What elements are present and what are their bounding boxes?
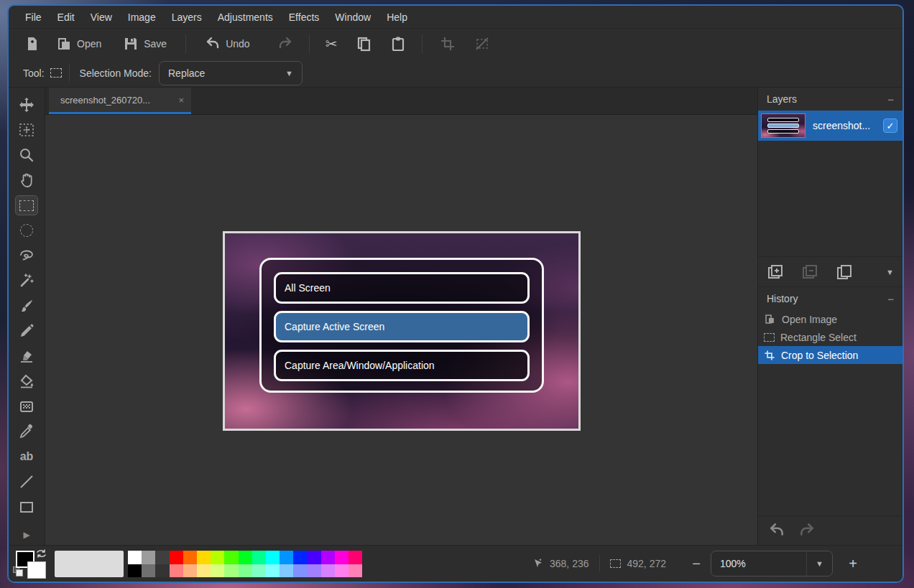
palette-color[interactable] [348, 551, 362, 564]
background-color-swatch[interactable] [27, 561, 46, 579]
palette-color[interactable] [183, 564, 197, 577]
palette-color[interactable] [183, 551, 197, 564]
ellipse-select-tool[interactable] [15, 220, 38, 241]
color-picker-tool[interactable] [15, 421, 38, 442]
palette-color[interactable] [266, 551, 280, 564]
menu-adjustments[interactable]: Adjustments [210, 9, 281, 26]
paintbrush-tool[interactable] [15, 296, 38, 316]
paint-bucket-tool[interactable] [15, 371, 38, 391]
palette-color[interactable] [142, 551, 155, 564]
more-tools-button[interactable]: ▶ [15, 522, 38, 542]
gradient-tool[interactable] [15, 396, 38, 416]
eraser-tool[interactable] [15, 346, 38, 366]
layer-row[interactable]: screenshot... ✓ [758, 111, 903, 141]
redo-button[interactable] [272, 32, 299, 55]
palette-color[interactable] [170, 564, 183, 577]
zoom-in-button[interactable]: + [844, 556, 862, 572]
recent-colors-area[interactable] [55, 551, 124, 577]
palette-color[interactable] [307, 564, 320, 577]
close-icon[interactable]: × [178, 95, 184, 106]
tab-screenshot[interactable]: screenshot_260720... × [49, 88, 191, 114]
palette-color[interactable] [293, 564, 307, 577]
pencil-tool[interactable] [15, 321, 38, 341]
palette-color[interactable] [266, 564, 280, 577]
menu-image[interactable]: Image [120, 9, 164, 26]
duplicate-layer-button[interactable] [836, 263, 853, 281]
palette-color[interactable] [142, 564, 155, 577]
palette-color[interactable] [128, 564, 142, 577]
palette-color[interactable] [280, 551, 293, 564]
palette-color[interactable] [321, 551, 335, 564]
menu-file[interactable]: File [17, 9, 50, 26]
menu-effects[interactable]: Effects [281, 9, 328, 26]
palette-color[interactable] [197, 551, 211, 564]
move-selection-tool[interactable] [15, 120, 38, 140]
zoom-tool[interactable] [15, 145, 38, 165]
text-tool[interactable]: ab [15, 447, 38, 467]
palette-color[interactable] [280, 564, 293, 577]
zoom-out-button[interactable]: − [688, 556, 705, 572]
palette-color[interactable] [224, 564, 238, 577]
move-tool[interactable] [15, 95, 38, 115]
history-item-crop-to-selection[interactable]: Crop to Selection [758, 346, 903, 364]
layer-menu-dropdown-icon[interactable]: ▼ [886, 268, 894, 276]
pan-tool[interactable] [15, 170, 38, 190]
palette-color[interactable] [155, 564, 169, 577]
minimize-icon[interactable]: − [887, 293, 894, 305]
palette-color[interactable] [197, 564, 211, 577]
palette-color[interactable] [239, 564, 252, 577]
palette-color[interactable] [155, 551, 169, 564]
menu-view[interactable]: View [83, 9, 120, 26]
ellipse-select-icon [20, 224, 33, 237]
palette-color[interactable] [321, 564, 335, 577]
layer-visibility-checkbox[interactable]: ✓ [883, 118, 897, 133]
palette-color[interactable] [307, 551, 320, 564]
app-window: File Edit View Image Layers Adjustments … [7, 4, 904, 583]
zoom-level-dropdown[interactable]: 100% ▼ [711, 551, 833, 577]
palette-color[interactable] [293, 551, 307, 564]
copy-button[interactable] [350, 32, 377, 55]
minimize-icon[interactable]: − [887, 93, 894, 106]
palette-color[interactable] [335, 551, 348, 564]
palette-color[interactable] [128, 551, 142, 564]
remove-layer-button[interactable] [801, 263, 818, 281]
history-item-rectangle-select[interactable]: Rectangle Select [758, 328, 903, 346]
undo-button[interactable]: Undo [199, 32, 255, 55]
new-image-button[interactable] [19, 32, 46, 55]
lasso-select-tool[interactable] [15, 246, 38, 266]
image-canvas[interactable]: All Screen Capture Active Screen Capture… [223, 231, 581, 431]
menu-edit[interactable]: Edit [50, 9, 83, 26]
palette-color[interactable] [239, 551, 252, 564]
history-redo-button[interactable] [798, 522, 816, 539]
crop-to-selection-button[interactable] [434, 32, 461, 55]
palette-color[interactable] [211, 551, 224, 564]
magic-wand-tool[interactable] [15, 271, 38, 291]
history-undo-button[interactable] [768, 522, 785, 539]
history-item-open-image[interactable]: Open Image [758, 310, 903, 328]
palette-color[interactable] [224, 551, 238, 564]
palette-color[interactable] [252, 551, 266, 564]
menu-help[interactable]: Help [379, 9, 415, 26]
swap-colors-icon[interactable] [36, 549, 47, 559]
paste-button[interactable] [384, 32, 412, 55]
selection-mode-dropdown[interactable]: Replace ▼ [159, 61, 303, 85]
add-layer-button[interactable] [767, 263, 784, 281]
save-button[interactable]: Save [117, 32, 172, 55]
reset-colors-icon[interactable] [13, 566, 23, 577]
palette-color[interactable] [348, 564, 362, 577]
rectangle-tool[interactable] [15, 497, 38, 517]
palette-color[interactable] [252, 564, 266, 577]
menu-window[interactable]: Window [327, 9, 379, 26]
chevron-down-icon: ▼ [806, 551, 823, 576]
palette-color[interactable] [335, 564, 348, 577]
rectangle-select-tool[interactable] [15, 195, 38, 215]
deselect-button[interactable] [468, 32, 496, 55]
cut-button[interactable]: ✂ [320, 32, 343, 56]
open-button[interactable]: Open [50, 32, 107, 55]
canvas-workspace[interactable]: All Screen Capture Active Screen Capture… [45, 115, 757, 545]
menu-layers[interactable]: Layers [164, 9, 210, 26]
palette-color[interactable] [211, 564, 224, 577]
line-tool[interactable] [15, 472, 38, 492]
layers-title: Layers [767, 93, 797, 105]
palette-color[interactable] [170, 551, 183, 564]
